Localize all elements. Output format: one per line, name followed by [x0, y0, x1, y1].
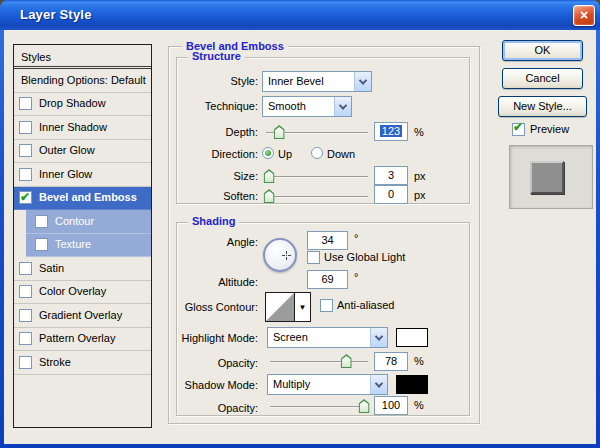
color-overlay-checkbox[interactable] [19, 285, 32, 298]
altitude-input[interactable]: 69 [307, 270, 348, 289]
structure-title: Structure [188, 50, 245, 63]
pattern-overlay-checkbox[interactable] [19, 332, 32, 345]
shadow-mode-value: Multiply [273, 375, 310, 394]
use-global-light-label: Use Global Light [324, 251, 405, 263]
direction-down-radio[interactable] [311, 147, 323, 159]
highlight-color-swatch[interactable] [396, 328, 428, 347]
styles-list-header[interactable]: Styles [14, 45, 151, 69]
chevron-down-icon[interactable] [354, 72, 371, 91]
sidebar-item-label: Satin [39, 257, 64, 280]
contour-checkbox[interactable] [35, 215, 48, 228]
use-global-light-checkbox[interactable] [307, 251, 320, 264]
direction-up-radio[interactable] [262, 147, 274, 159]
gloss-contour-label: Gloss Contour: [185, 301, 258, 313]
angle-label: Angle: [227, 236, 258, 248]
highlight-opacity-slider[interactable] [270, 361, 368, 363]
angle-dial[interactable] [263, 238, 297, 272]
chevron-down-icon[interactable]: ▼ [295, 293, 310, 321]
sidebar-item-label: Stroke [39, 351, 71, 374]
chevron-down-icon[interactable] [370, 375, 387, 394]
chevron-down-icon[interactable] [334, 97, 351, 116]
highlight-opacity-unit: % [414, 355, 424, 367]
sidebar-item-texture[interactable]: Texture [26, 234, 151, 258]
outer-glow-checkbox[interactable] [19, 144, 32, 157]
size-input[interactable]: 3 [374, 166, 408, 185]
sidebar-item-bevel-and-emboss[interactable]: Bevel and Emboss [14, 187, 151, 211]
highlight-mode-select[interactable]: Screen [267, 327, 388, 348]
satin-checkbox[interactable] [19, 262, 32, 275]
direction-up-label: Up [278, 148, 292, 160]
preview-label: Preview [530, 123, 569, 135]
sidebar-item-color-overlay[interactable]: Color Overlay [14, 281, 151, 305]
highlight-mode-label: Highlight Mode: [182, 332, 258, 344]
sidebar-item-label: Gradient Overlay [39, 304, 122, 327]
drop-shadow-checkbox[interactable] [19, 97, 32, 110]
sidebar-item-label: Pattern Overlay [39, 327, 115, 350]
bevel-and-emboss-checkbox[interactable] [19, 191, 32, 204]
shadow-opacity-label: Opacity: [218, 402, 258, 414]
technique-select[interactable]: Smooth [262, 96, 352, 117]
shadow-opacity-input[interactable]: 100 [374, 396, 408, 415]
sidebar-item-gradient-overlay[interactable]: Gradient Overlay [14, 304, 151, 328]
direction-down-label: Down [327, 148, 355, 160]
sidebar-item-label: Inner Glow [39, 163, 92, 186]
sidebar-item-label: Bevel and Emboss [39, 186, 137, 209]
sidebar-item-label: Texture [55, 233, 91, 256]
sidebar-item-drop-shadow[interactable]: Drop Shadow [14, 93, 151, 117]
sidebar-item-outer-glow[interactable]: Outer Glow [14, 140, 151, 164]
technique-label: Technique: [205, 100, 258, 112]
depth-label: Depth: [226, 126, 258, 138]
sidebar-item-stroke[interactable]: Stroke [14, 351, 151, 375]
sidebar-item-label: Drop Shadow [39, 92, 106, 115]
style-label: Style: [230, 75, 258, 87]
angle-input[interactable]: 34 [307, 231, 348, 250]
shadow-color-swatch[interactable] [396, 375, 428, 394]
sidebar-item-inner-shadow[interactable]: Inner Shadow [14, 116, 151, 140]
angle-dial-marker-icon [282, 251, 291, 260]
highlight-opacity-input[interactable]: 78 [374, 352, 408, 371]
soften-input[interactable]: 0 [374, 185, 408, 204]
ok-button[interactable]: OK [502, 40, 583, 61]
depth-input[interactable]: 123 [374, 122, 408, 141]
altitude-label: Altitude: [218, 276, 258, 288]
sidebar-item-label: Inner Shadow [39, 116, 107, 139]
soften-slider[interactable] [266, 196, 368, 198]
stroke-checkbox[interactable] [19, 356, 32, 369]
sidebar-item-inner-glow[interactable]: Inner Glow [14, 163, 151, 187]
size-slider[interactable] [266, 176, 368, 178]
window-title: Layer Style [20, 7, 92, 22]
direction-label: Direction: [212, 148, 258, 160]
shadow-opacity-slider[interactable] [270, 406, 368, 408]
anti-aliased-checkbox[interactable] [320, 299, 333, 312]
size-label: Size: [234, 170, 258, 182]
sidebar-item-pattern-overlay[interactable]: Pattern Overlay [14, 328, 151, 352]
gradient-overlay-checkbox[interactable] [19, 309, 32, 322]
gloss-contour-thumbnail-icon [266, 293, 295, 321]
sidebar-item-label: Color Overlay [39, 280, 106, 303]
sidebar-item-satin[interactable]: Satin [14, 257, 151, 281]
soften-label: Soften: [223, 190, 258, 202]
title-bar[interactable]: Layer Style × [0, 0, 600, 30]
style-select[interactable]: Inner Bevel [262, 71, 372, 92]
chevron-down-icon[interactable] [370, 328, 387, 347]
shadow-opacity-unit: % [414, 399, 424, 411]
styles-list: Styles Blending Options: Default Drop Sh… [13, 44, 152, 428]
close-button[interactable]: × [573, 5, 595, 26]
preview-checkbox[interactable] [512, 123, 525, 136]
gloss-contour-picker[interactable]: ▼ [265, 292, 311, 322]
new-style-button[interactable]: New Style... [498, 96, 587, 117]
angle-unit: ° [354, 232, 358, 244]
highlight-mode-value: Screen [273, 328, 308, 347]
cancel-button[interactable]: Cancel [502, 68, 583, 89]
depth-slider[interactable] [266, 132, 368, 134]
shading-title: Shading [188, 215, 239, 228]
close-icon: × [580, 7, 588, 23]
sidebar-item-contour[interactable]: Contour [26, 210, 151, 234]
inner-shadow-checkbox[interactable] [19, 121, 32, 134]
altitude-unit: ° [354, 271, 358, 283]
sidebar-item-blending-options[interactable]: Blending Options: Default [14, 69, 151, 93]
preview-bevel-square [530, 161, 564, 194]
inner-glow-checkbox[interactable] [19, 168, 32, 181]
shadow-mode-select[interactable]: Multiply [267, 374, 388, 395]
texture-checkbox[interactable] [35, 238, 48, 251]
